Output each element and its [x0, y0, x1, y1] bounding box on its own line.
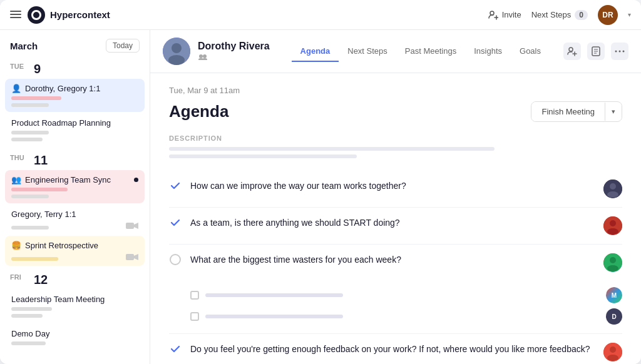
- sub-avatar-1: M: [606, 287, 622, 303]
- svg-rect-5: [126, 254, 134, 260]
- check-empty-3: [170, 254, 181, 265]
- check-icon-2[interactable]: [169, 216, 182, 229]
- svg-point-34: [610, 346, 616, 353]
- people-icon: [198, 54, 208, 60]
- meeting-item-terry[interactable]: Gregory, Terry 1:1: [5, 205, 145, 235]
- video-icon-sprint: [126, 253, 138, 261]
- svg-point-13: [202, 58, 207, 60]
- meeting-bar-gray2: [11, 131, 49, 134]
- svg-point-10: [199, 54, 203, 58]
- notes-icon[interactable]: [587, 43, 605, 60]
- logo-container: Hypercontext: [28, 6, 110, 24]
- avatar-person-3: [603, 253, 622, 272]
- sub-checkbox-1[interactable]: [190, 291, 199, 300]
- tab-past-meetings[interactable]: Past Meetings: [396, 41, 465, 62]
- next-steps-nav-label: Next Steps: [531, 10, 572, 19]
- svg-point-25: [610, 183, 616, 190]
- meeting-bar-pink: [11, 96, 61, 100]
- agenda-item-2: As a team, is there anything we should S…: [169, 208, 622, 245]
- agenda-item-1: How can we improve the way our team work…: [169, 171, 622, 208]
- sidebar-month: March: [10, 41, 38, 51]
- tab-next-steps[interactable]: Next Steps: [339, 41, 396, 62]
- checkmark-svg-1: [170, 180, 181, 191]
- meeting-bars-sprint: [11, 253, 138, 261]
- svg-point-0: [490, 11, 494, 15]
- day-label-tue: TUE 9: [0, 58, 150, 78]
- invite-button[interactable]: Invite: [488, 10, 521, 20]
- app-name: Hypercontext: [50, 9, 110, 20]
- more-options-icon[interactable]: [611, 43, 628, 60]
- check-icon-4[interactable]: [169, 343, 182, 355]
- bar-leadership-2: [11, 314, 43, 318]
- sub-item-3-2: D: [190, 308, 622, 325]
- meeting-bar-gray3: [11, 138, 43, 141]
- day-name-fri: FRI: [10, 273, 28, 281]
- meeting-item-roadmap[interactable]: Product Roadmap Planning: [5, 113, 145, 146]
- nav-left: Hypercontext: [10, 6, 110, 24]
- top-nav: Hypercontext Invite Next Steps 0 DR ▾: [0, 0, 641, 30]
- bar-terry-1: [11, 226, 49, 230]
- tab-goals[interactable]: Goals: [511, 41, 550, 62]
- agenda-item-text-4: Do you feel you're getting enough feedba…: [190, 343, 595, 356]
- svg-point-28: [610, 220, 616, 226]
- tab-actions: [563, 43, 628, 60]
- next-steps-nav[interactable]: Next Steps 0: [531, 10, 588, 20]
- agenda-item-text-2: As a team, is there anything we should S…: [190, 216, 595, 230]
- meeting-bar-gray4: [11, 195, 49, 198]
- finish-meeting-main-btn[interactable]: Finish Meeting: [531, 102, 605, 121]
- check-icon-1[interactable]: [169, 179, 182, 192]
- sidebar-header: March Today: [0, 30, 150, 58]
- meeting-item-eng-sync[interactable]: 👥 Engineering Team Sync: [5, 170, 145, 203]
- meeting-item-sprint-retro[interactable]: 🍔 Sprint Retrospective: [5, 236, 145, 266]
- video-icon: [126, 222, 138, 230]
- next-steps-count: 0: [575, 10, 588, 20]
- meeting-person-icon: [198, 53, 284, 62]
- add-person-svg: [567, 46, 577, 56]
- meeting-bar-pink2: [11, 188, 68, 191]
- meeting-item-demo[interactable]: Demo Day: [5, 324, 145, 350]
- meeting-item-1on1[interactable]: 👤 Dorothy, Gregory 1:1: [5, 79, 145, 112]
- avatar-person-2: [603, 216, 622, 235]
- svg-point-8: [172, 43, 182, 53]
- meeting-title-sprint-retro: 🍔 Sprint Retrospective: [11, 241, 138, 250]
- meeting-bars-terry: [11, 222, 138, 230]
- checkmark-svg-2: [170, 217, 181, 228]
- agenda-item-3: What are the biggest time wasters for yo…: [169, 245, 622, 334]
- invite-icon: [488, 10, 498, 20]
- desc-bar-1: [169, 147, 495, 151]
- meeting-title-demo: Demo Day: [11, 329, 138, 338]
- meeting-person-name: Dorothy Rivera: [198, 41, 284, 52]
- main-content: Dorothy Rivera Agenda Next Steps Pa: [150, 30, 641, 364]
- agenda-item-avatar-4: [603, 343, 622, 361]
- nav-chevron-icon[interactable]: ▾: [628, 11, 631, 18]
- meeting-header: Dorothy Rivera Agenda Next Steps Pa: [150, 30, 641, 73]
- agenda-item-text-1: How can we improve the way our team work…: [190, 179, 595, 193]
- meeting-title-roadmap: Product Roadmap Planning: [11, 118, 138, 128]
- svg-point-29: [607, 228, 618, 235]
- check-icon-3[interactable]: [169, 253, 182, 266]
- agenda-title-row: Agenda Finish Meeting ▾: [169, 101, 622, 122]
- svg-point-11: [203, 54, 207, 58]
- sub-checkbox-2[interactable]: [190, 312, 199, 321]
- add-participant-icon[interactable]: [563, 43, 581, 60]
- notes-svg: [592, 46, 600, 56]
- meeting-title-1on1: 👤 Dorothy, Gregory 1:1: [11, 84, 138, 93]
- sub-bar-1: [205, 293, 343, 297]
- tab-insights[interactable]: Insights: [465, 41, 511, 62]
- meeting-person-info: Dorothy Rivera: [198, 41, 284, 62]
- tab-agenda[interactable]: Agenda: [292, 41, 339, 62]
- description-label: DESCRIPTION: [169, 134, 622, 142]
- svg-point-32: [607, 265, 618, 271]
- svg-point-21: [615, 51, 617, 53]
- day-section-thu: THU 11 👥 Engineering Team Sync Gregory, …: [0, 149, 150, 266]
- today-button[interactable]: Today: [106, 39, 140, 53]
- hamburger-icon[interactable]: [10, 11, 21, 19]
- user-avatar-nav[interactable]: DR: [598, 5, 618, 25]
- finish-meeting-chevron[interactable]: ▾: [605, 103, 622, 121]
- bar-sprint-1: [11, 257, 58, 261]
- day-name-thu: THU: [10, 154, 28, 161]
- finish-meeting-button[interactable]: Finish Meeting ▾: [531, 101, 622, 122]
- agenda-items: How can we improve the way our team work…: [169, 171, 622, 364]
- svg-point-31: [610, 257, 616, 263]
- meeting-item-leadership[interactable]: Leadership Team Meeting: [5, 290, 145, 323]
